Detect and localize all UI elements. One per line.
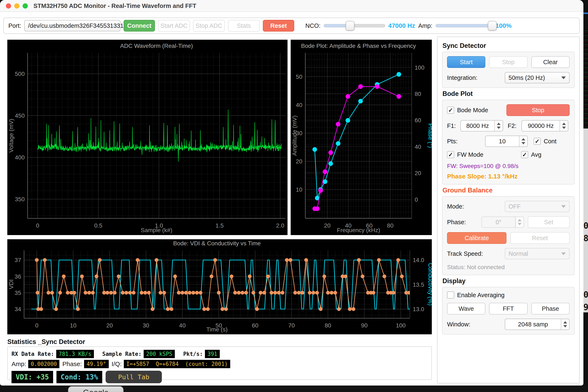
phase-slope-text: Phase Slope: 1.13 °/kHz [447,173,569,180]
integration-label: Integration: [447,74,477,81]
amp-stat-label: Amp: [12,360,26,368]
integration-select[interactable]: 50ms (20 Hz) [505,72,569,83]
zoom-button[interactable] [23,3,28,8]
window-spinbox[interactable]: 2048 samp [505,319,569,330]
spinner-arrows-icon[interactable] [561,319,569,330]
svg-text:20: 20 [324,222,331,229]
desktop-edge-digit: 0 [583,290,588,299]
ground-balance-group: Mode: OFF Phase: 0° Set [442,196,574,275]
amp-slider-thumb[interactable] [488,21,497,30]
spinner-arrows-icon[interactable] [559,120,568,131]
svg-text:13.0: 13.0 [413,306,424,312]
nco-value: 47000 Hz [388,22,415,29]
minimize-button[interactable] [14,3,20,8]
statistics-header: Statistics _Sync Detector [7,338,85,346]
gb-mode-label: Mode: [447,203,464,210]
sync-clear-button[interactable]: Clear [531,56,569,68]
fw-mode-checkbox[interactable]: ✓ [447,151,454,158]
display-header: Display [442,277,574,285]
stats-button[interactable]: Stats [228,20,260,32]
close-button[interactable] [6,3,11,8]
gb-mode-value: OFF [508,203,521,210]
f1-spinbox[interactable]: 8000 Hz [460,120,503,132]
pkt-value: 391 [205,350,220,358]
wave-button[interactable]: Wave [447,303,485,314]
gb-mode-select[interactable]: OFF [505,201,569,212]
svg-text:13.5: 13.5 [413,282,424,288]
desktop-edge-digit: 8 [583,234,588,242]
amp-slider[interactable] [436,24,492,27]
pts-spinbox[interactable]: 10 [485,136,528,147]
svg-text:450: 450 [15,112,25,119]
gb-phase-spinbox[interactable]: 0° [481,216,524,228]
gb-status-text: Status: Not connected [447,264,569,270]
svg-text:ADC Waveform (Real-Time): ADC Waveform (Real-Time) [120,43,193,49]
phase-stat-value: 49.19° [84,360,109,368]
window-label: Window: [447,321,470,328]
window-value: 2048 samp [505,319,561,330]
start-adc-button[interactable]: Start ADC [158,20,190,32]
svg-text:0.5: 0.5 [94,222,103,229]
bode-amplitude-phase-chart: 204060801020304050020406080100Bode Plot:… [291,40,432,235]
chevron-down-icon [561,252,566,255]
ground-balance-header: Ground Balance [442,186,574,194]
svg-text:20: 20 [296,158,302,165]
connect-button[interactable]: Connect [124,20,155,32]
f2-label: F2: [508,122,521,129]
fft-button[interactable]: FFT [489,303,527,314]
svg-text:Conductivity (%): Conductivity (%) [427,263,432,306]
f1-value: 8000 Hz [461,120,494,131]
enable-averaging-label: Enable Averaging [457,292,504,298]
reset-button[interactable]: Reset [263,20,294,32]
svg-text:20: 20 [106,322,113,329]
avg-checkbox[interactable]: ✓ [521,151,528,158]
sync-stop-button[interactable]: Stop [489,56,527,68]
svg-text:10: 10 [296,186,302,193]
enable-averaging-checkbox[interactable] [447,292,454,298]
stop-adc-button[interactable]: Stop ADC [193,20,225,32]
svg-text:50: 50 [296,74,302,80]
gb-calibrate-button[interactable]: Calibrate [447,232,506,244]
port-label: Port: [8,22,21,29]
gb-set-button[interactable]: Set [528,216,569,228]
bode-plot-header: Bode Plot [442,90,574,98]
amp-label: Amp: [418,22,432,29]
cont-checkbox[interactable]: ✓ [534,138,541,145]
bode-stop-button[interactable]: Stop [506,104,569,116]
svg-text:Bode Plot: Amplitude & Phase v: Bode Plot: Amplitude & Phase vs Frequenc… [301,43,416,49]
fw-mode-label: FW Mode [457,151,483,158]
svg-text:30: 30 [143,322,149,329]
svg-text:90: 90 [361,322,368,329]
desktop-edge-digit: 9 [583,303,588,311]
gb-reset-button[interactable]: Reset [510,232,569,244]
svg-text:70: 70 [288,322,295,329]
bode-mode-checkbox[interactable]: ✓ [447,106,454,114]
phase-button[interactable]: Phase [531,303,569,314]
dock-tooltip: Google Chrome [68,386,124,392]
svg-text:Time (s): Time (s) [206,326,228,333]
sample-rate-value: 200 kSPS [144,350,175,358]
f1-label: F1: [447,122,460,129]
nco-slider[interactable] [324,24,385,27]
svg-text:60: 60 [415,117,421,124]
nco-slider-thumb[interactable] [346,21,354,30]
desktop-edge-blue-line [583,12,588,14]
chevron-down-icon [561,76,566,79]
port-select[interactable]: /dev/cu.usbmodem326F345531331 [24,20,121,31]
svg-text:0: 0 [36,222,39,229]
track-speed-select[interactable]: Normal [505,248,569,259]
bode-mode-label: Bode Mode [457,107,488,114]
fw-status-text: FW: Sweeps=100 @ 0.98/s [447,163,569,170]
rx-rate-label: RX Data Rate: [12,351,54,357]
amp-slider-fill [436,24,492,27]
sync-start-button[interactable]: Start [447,56,485,68]
pull-tab-button[interactable]: Pull Tab [106,371,162,383]
svg-text:37: 37 [15,257,21,263]
nco-label: NCO: [305,22,321,29]
spinner-arrows-icon[interactable] [519,136,527,146]
sync-detector-group: Start Stop Clear Integration: 50ms (20 H… [442,52,574,88]
spinner-arrows-icon[interactable] [494,120,503,131]
statistics-panel: RX Data Rate: 781.3 KB/s Sample Rate: 20… [7,346,432,380]
f2-spinbox[interactable]: 90000 Hz [521,120,568,132]
title-bar[interactable]: STM32H750 ADC Monitor - Real-Time Wavefo… [0,0,583,12]
